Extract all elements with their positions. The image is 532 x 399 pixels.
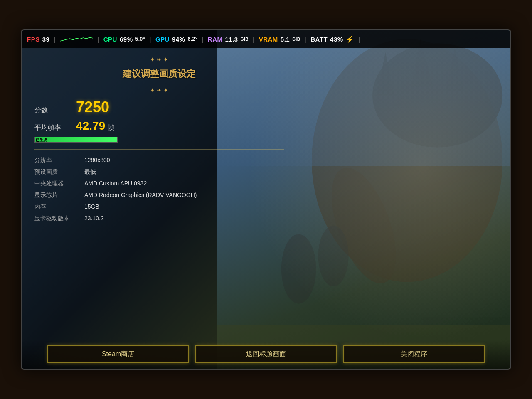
spec-label: 内存: [34, 201, 84, 213]
spec-row: 中央处理器AMD Custom APU 0932: [34, 178, 284, 190]
spec-row: 内存15GB: [34, 201, 284, 213]
svg-point-7: [318, 226, 348, 286]
spec-value: 23.10.2: [84, 213, 284, 224]
svg-marker-4: [446, 48, 463, 91]
cpu-volt: 5.0ᵛ: [135, 36, 145, 42]
progress-label: 已生成: [36, 137, 47, 143]
ornament-top: ✦ ❧ ✦: [34, 56, 284, 63]
lightning-icon: ⚡: [346, 35, 355, 43]
ram-value: 11.3: [225, 36, 238, 43]
ornament-bottom: ✦ ❧ ✦: [34, 87, 284, 94]
batt-value: 43%: [330, 36, 343, 43]
avg-fps-value: 42.79: [76, 119, 105, 133]
close-program-button[interactable]: 关闭程序: [343, 345, 485, 363]
score-row: 分数 7250: [34, 99, 284, 116]
spec-label: 中央处理器: [34, 178, 84, 190]
vram-label: VRAM: [259, 36, 278, 43]
vram-unit: GiB: [292, 37, 300, 42]
progress-bar-fill: [35, 137, 117, 142]
benchmark-panel: ✦ ❧ ✦ 建议调整画质设定 ✦ ❧ ✦ 分数 7250 平均帧率 42.79 …: [22, 48, 296, 335]
spec-label: 预设画质: [34, 166, 84, 178]
gpu-label: GPU: [155, 36, 170, 43]
steam-store-button[interactable]: Steam商店: [47, 345, 189, 363]
gpu-percent: 94%: [172, 36, 185, 43]
avg-fps-label: 平均帧率: [34, 123, 76, 132]
svg-point-1: [372, 43, 502, 147]
fps-value: 39: [42, 36, 50, 43]
ram-unit: GiB: [241, 37, 249, 42]
divider: [34, 149, 284, 150]
ram-label: RAM: [208, 36, 223, 43]
panel-title: 建议调整画质设定: [34, 68, 284, 80]
game-window: FPS 39 | | CPU 69% 5.0ᵛ | GPU 94% 6.2ᵛ |…: [21, 29, 511, 370]
vram-value: 5.1: [281, 36, 290, 43]
spec-label: 分辨率: [34, 155, 84, 166]
svg-point-5: [318, 160, 409, 291]
fps-graph: [60, 35, 93, 43]
fps-unit: 帧: [108, 123, 114, 132]
bottom-buttons: Steam商店 返回标题画面 关闭程序: [22, 340, 510, 369]
spec-value: AMD Radeon Graphics (RADV VANGOGH): [84, 190, 284, 201]
spec-value: 15GB: [84, 201, 284, 213]
fps-label: FPS: [27, 36, 40, 43]
score-label: 分数: [34, 106, 76, 115]
spec-row: 显卡驱动版本23.10.2: [34, 213, 284, 224]
return-title-button[interactable]: 返回标题画面: [195, 345, 337, 363]
spec-table: 分辨率1280x800预设画质最低中央处理器AMD Custom APU 093…: [34, 155, 284, 224]
score-value: 7250: [76, 99, 109, 116]
spec-value: 最低: [84, 166, 284, 178]
spec-value: AMD Custom APU 0932: [84, 178, 284, 190]
svg-point-0: [312, 39, 502, 282]
cpu-label: CPU: [103, 36, 117, 43]
spec-label: 显卡驱动版本: [34, 213, 84, 224]
spec-label: 显示芯片: [34, 190, 84, 201]
spec-value: 1280x800: [84, 155, 284, 166]
gpu-volt: 6.2ᵛ: [187, 36, 197, 42]
spec-row: 显示芯片AMD Radeon Graphics (RADV VANGOGH): [34, 190, 284, 201]
cpu-percent: 69%: [120, 36, 133, 43]
fps-row: 平均帧率 42.79 帧: [34, 119, 284, 133]
hud-overlay: FPS 39 | | CPU 69% 5.0ᵛ | GPU 94% 6.2ᵛ |…: [22, 30, 510, 48]
spec-row: 分辨率1280x800: [34, 155, 284, 166]
progress-bar-container: 已生成: [34, 137, 118, 143]
batt-label: BATT: [310, 36, 328, 43]
svg-marker-2: [377, 52, 394, 95]
spec-row: 预设画质最低: [34, 166, 284, 178]
